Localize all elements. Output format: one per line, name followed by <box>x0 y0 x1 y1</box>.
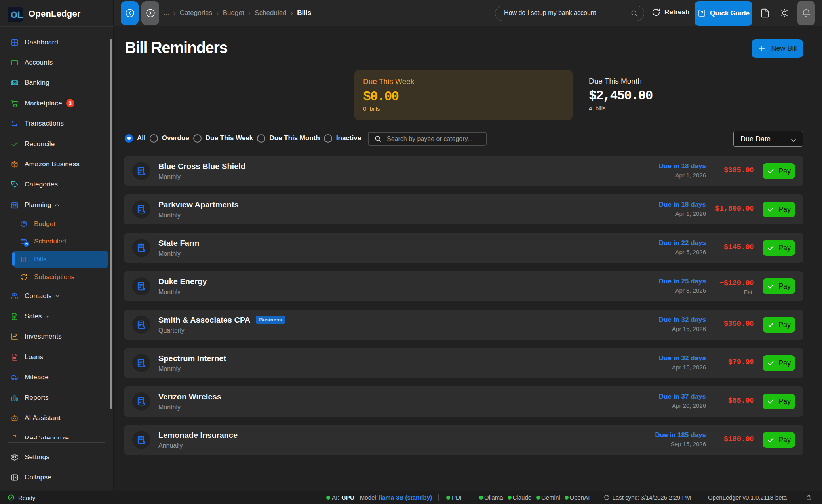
svg-text:OL: OL <box>11 10 23 20</box>
